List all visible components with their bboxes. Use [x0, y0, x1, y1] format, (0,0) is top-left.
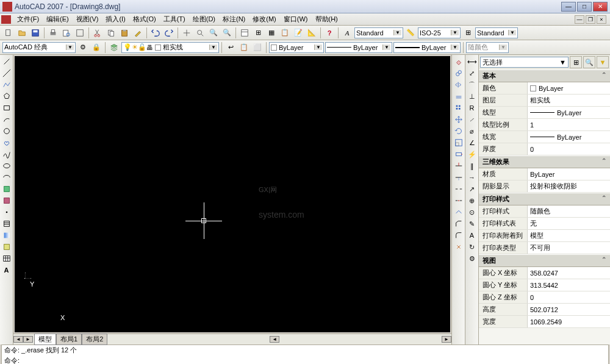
hscroll-left[interactable]: ◄: [270, 336, 279, 343]
close-button[interactable]: ✕: [593, 2, 608, 12]
offset-icon[interactable]: [453, 91, 465, 102]
linetype-combo[interactable]: ByLayer▼: [325, 42, 392, 53]
props-category-header[interactable]: 视图⌃: [479, 254, 610, 267]
props-category-header[interactable]: 三维效果⌃: [479, 155, 610, 168]
print-icon[interactable]: [47, 27, 59, 39]
publish-icon[interactable]: [74, 27, 86, 39]
workspace-combo[interactable]: AutoCAD 经典▼: [2, 42, 76, 53]
tablestyle-combo[interactable]: Standard▼: [475, 27, 518, 38]
copy-obj-icon[interactable]: [453, 68, 465, 79]
lineweight-combo[interactable]: ByLayer▼: [393, 42, 461, 53]
designcenter-icon[interactable]: ⊞: [252, 27, 264, 39]
maximize-button[interactable]: □: [577, 2, 592, 12]
break-icon[interactable]: [453, 195, 465, 206]
rectangle-icon[interactable]: [1, 102, 13, 113]
copy-icon[interactable]: [105, 27, 117, 39]
redo-icon[interactable]: [163, 27, 175, 39]
chamfer-icon[interactable]: [453, 218, 465, 229]
dim-style-icon[interactable]: ⚙: [466, 253, 478, 264]
menu-item[interactable]: 绘图(D): [189, 14, 219, 24]
quickselect-icon[interactable]: 🔍: [583, 56, 595, 68]
layer-manager-icon[interactable]: [108, 41, 120, 54]
menu-item[interactable]: 标注(N): [219, 14, 249, 24]
drawing-canvas[interactable]: Y X GX|网system.com: [15, 56, 450, 332]
layer-prev-icon[interactable]: ↩: [224, 41, 237, 54]
tab-layout1[interactable]: 布局1: [56, 334, 82, 345]
dim-diameter-icon[interactable]: ⌀: [466, 126, 478, 137]
scale-icon[interactable]: [453, 137, 465, 148]
mirror-icon[interactable]: [453, 79, 465, 90]
xline-icon[interactable]: [1, 68, 13, 79]
doc-restore-button[interactable]: ❐: [586, 15, 595, 24]
quickcalc-icon[interactable]: 📐: [306, 27, 318, 39]
props-value[interactable]: 无: [528, 218, 610, 229]
move-icon[interactable]: [453, 114, 465, 125]
layer-iso-icon[interactable]: ⬜: [251, 41, 264, 54]
hatch-icon[interactable]: [1, 218, 13, 229]
dim-tolerance-icon[interactable]: ⊕: [466, 195, 478, 206]
break-split-icon[interactable]: [453, 184, 465, 194]
workspace-lock-icon[interactable]: 🔒: [90, 41, 102, 54]
tab-scroll-left[interactable]: ◄: [13, 336, 23, 343]
make-block-icon[interactable]: [1, 195, 13, 206]
command-window[interactable]: 命令: _.erase 找到 12 个 命令:: [1, 344, 609, 364]
dim-continue-icon[interactable]: →: [466, 172, 478, 183]
props-value[interactable]: 粗实线: [528, 95, 610, 106]
props-value[interactable]: ByLayer: [528, 82, 610, 94]
markup-icon[interactable]: 📝: [292, 27, 304, 39]
save-icon[interactable]: [29, 27, 41, 39]
minimize-button[interactable]: —: [561, 2, 576, 12]
props-value[interactable]: 1: [528, 119, 610, 130]
arc-icon[interactable]: [1, 114, 13, 125]
app-menu-icon[interactable]: [1, 15, 11, 24]
props-value[interactable]: 313.5442: [528, 279, 610, 291]
dim-baseline-icon[interactable]: ‖: [466, 160, 478, 171]
menu-item[interactable]: 格式(O): [129, 14, 160, 24]
trim-icon[interactable]: [453, 160, 465, 171]
dim-linear-icon[interactable]: ⟷: [466, 56, 478, 67]
textstyle-icon[interactable]: A: [341, 27, 353, 39]
textstyle-combo[interactable]: Standard▼: [354, 27, 403, 38]
gradient-icon[interactable]: [1, 230, 13, 241]
dim-arc-icon[interactable]: ⌒: [466, 79, 478, 90]
props-value[interactable]: ByLayer: [528, 168, 610, 180]
menu-item[interactable]: 工具(T): [160, 14, 189, 24]
point-icon[interactable]: [1, 207, 13, 218]
tab-model[interactable]: 模型: [34, 334, 56, 345]
mtext-icon[interactable]: A: [1, 265, 13, 276]
menu-item[interactable]: 视图(V): [73, 14, 102, 24]
selection-combo[interactable]: 无选择▼: [480, 57, 569, 68]
ellipse-icon[interactable]: [1, 160, 13, 171]
erase-icon[interactable]: [453, 56, 465, 67]
props-category-header[interactable]: 打印样式⌃: [479, 193, 610, 205]
menu-item[interactable]: 窗口(W): [280, 14, 312, 24]
undo-icon[interactable]: [149, 27, 162, 39]
preview-icon[interactable]: [60, 27, 73, 39]
help-icon[interactable]: ?: [323, 27, 336, 39]
join-icon[interactable]: [453, 207, 465, 218]
toolpalettes-icon[interactable]: ▦: [265, 27, 278, 39]
dim-jog-icon[interactable]: ⟋: [466, 114, 478, 125]
properties-icon[interactable]: [239, 27, 251, 39]
dim-quick-icon[interactable]: ⚡: [466, 149, 478, 160]
dimstyle-combo[interactable]: ISO-25▼: [418, 27, 461, 38]
stretch-icon[interactable]: [453, 149, 465, 160]
props-value[interactable]: 358.0247: [528, 267, 610, 279]
doc-minimize-button[interactable]: —: [575, 15, 584, 24]
props-value[interactable]: ByLayer: [528, 131, 610, 143]
zoom-window-icon[interactable]: 🔍: [207, 27, 220, 39]
table-icon[interactable]: [1, 253, 13, 264]
layer-combo[interactable]: 💡 ☀ 🔓 🖶 粗实线 ▼: [121, 42, 219, 53]
hscroll-right[interactable]: ►: [442, 336, 451, 343]
new-icon[interactable]: [2, 27, 15, 39]
menu-item[interactable]: 修改(M): [249, 14, 280, 24]
dim-center-icon[interactable]: ⊙: [466, 207, 478, 218]
matchprop-icon[interactable]: [132, 27, 144, 39]
props-value[interactable]: 投射和接收阴影: [528, 180, 610, 192]
dim-angular-icon[interactable]: ∠: [466, 137, 478, 148]
dim-leader-icon[interactable]: ↗: [466, 184, 478, 194]
color-combo[interactable]: ByLayer▼: [269, 42, 324, 53]
cut-icon[interactable]: [92, 27, 104, 39]
array-icon[interactable]: [453, 102, 465, 113]
layer-state-icon[interactable]: 📋: [238, 41, 250, 54]
